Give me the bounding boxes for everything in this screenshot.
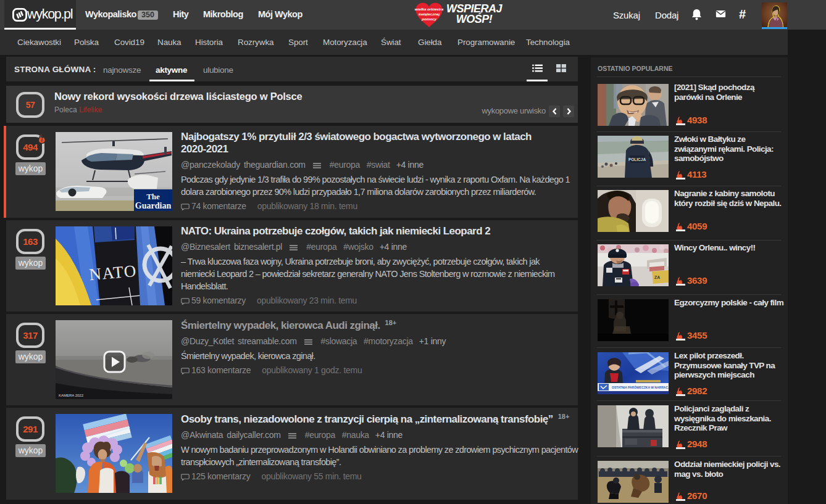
svg-text:KAMERA 2022: KAMERA 2022	[59, 394, 84, 397]
svg-text:wielka orkiestra: wielka orkiestra	[415, 7, 444, 11]
svg-text:OSTATNIA PARÓWECZKA W NARRACJI: OSTATNIA PARÓWECZKA W NARRACJI SPECYCJI	[612, 385, 669, 389]
svg-text:The: The	[146, 192, 160, 201]
svg-text:POLICJA: POLICJA	[628, 157, 646, 162]
svg-text:świątecznej: świątecznej	[419, 12, 440, 16]
svg-text:pomocy: pomocy	[421, 17, 436, 21]
svg-text:Guardian: Guardian	[135, 201, 172, 210]
svg-text:ZA: ZA	[654, 275, 660, 279]
